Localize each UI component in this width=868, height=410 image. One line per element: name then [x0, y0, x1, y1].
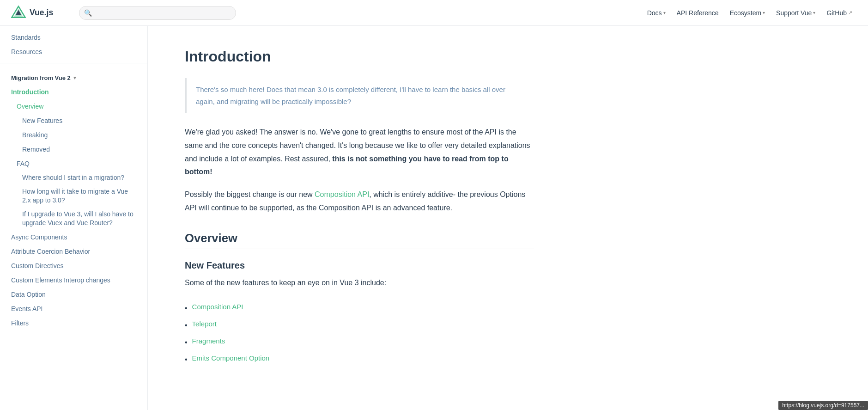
page-layout: Standards Resources Migration from Vue 2… — [0, 26, 868, 410]
main-content: Introduction There's so much here! Does … — [148, 26, 564, 410]
new-features-intro: Some of the new features to keep an eye … — [185, 276, 534, 290]
nav-api-reference[interactable]: API Reference — [672, 6, 723, 19]
sidebar-item-events-api[interactable]: Events API — [0, 302, 147, 316]
nav-support-vue[interactable]: Support Vue ▾ — [771, 6, 820, 19]
sidebar: Standards Resources Migration from Vue 2… — [0, 26, 148, 410]
sidebar-item-where-start[interactable]: Where should I start in a migration? — [0, 171, 147, 185]
sidebar-divider-1 — [0, 63, 147, 63]
para-1: We're glad you asked! The answer is no. … — [185, 126, 534, 179]
github-external-icon: ↗ — [848, 10, 852, 16]
feature-link-composition-api[interactable]: Composition API — [192, 301, 243, 313]
header: Vue.js 🔍 Docs ▾ API Reference Ecosystem … — [0, 0, 868, 26]
nav-ecosystem[interactable]: Ecosystem ▾ — [725, 6, 770, 19]
sidebar-item-resources[interactable]: Resources — [0, 45, 147, 59]
sidebar-item-removed[interactable]: Removed — [0, 142, 147, 157]
composition-api-link-1[interactable]: Composition API — [315, 190, 369, 198]
sidebar-item-faq[interactable]: FAQ — [0, 157, 147, 171]
ecosystem-chevron-icon: ▾ — [763, 10, 765, 15]
migration-chevron-icon: ▾ — [73, 75, 76, 81]
nav-github[interactable]: GitHub ↗ — [822, 6, 857, 19]
features-list: • Composition API • Teleport • Fragments… — [185, 299, 534, 368]
sidebar-item-how-long[interactable]: How long will it take to migrate a Vue 2… — [0, 185, 147, 208]
sidebar-item-attribute-coercion[interactable]: Attribute Coercion Behavior — [0, 245, 147, 259]
overview-section-title: Overview — [185, 232, 534, 249]
para-2: Possibly the biggest change is our new C… — [185, 188, 534, 215]
feature-link-fragments[interactable]: Fragments — [192, 335, 225, 347]
search-bar: 🔍 — [79, 6, 236, 20]
bullet-dot-1: • — [185, 302, 188, 314]
main-nav: Docs ▾ API Reference Ecosystem ▾ Support… — [643, 6, 857, 19]
sidebar-item-custom-directives[interactable]: Custom Directives — [0, 259, 147, 273]
list-item: • Composition API — [185, 299, 534, 316]
url-hint: https://blog.vuejs.org/d=917557... — [778, 401, 868, 410]
list-item: • Teleport — [185, 316, 534, 333]
sidebar-item-breaking[interactable]: Breaking — [0, 128, 147, 142]
sidebar-item-new-features[interactable]: New Features — [0, 114, 147, 128]
support-chevron-icon: ▾ — [813, 10, 815, 15]
page-title: Introduction — [185, 48, 534, 65]
logo-text: Vue.js — [30, 8, 53, 18]
sidebar-section-migration[interactable]: Migration from Vue 2 ▾ — [0, 67, 147, 85]
sidebar-item-filters[interactable]: Filters — [0, 316, 147, 330]
sidebar-item-async-components[interactable]: Async Components — [0, 230, 147, 245]
sidebar-item-introduction[interactable]: Introduction — [0, 85, 147, 99]
list-item: • Fragments — [185, 333, 534, 350]
sidebar-item-standards[interactable]: Standards — [0, 31, 147, 45]
sidebar-item-custom-elements[interactable]: Custom Elements Interop changes — [0, 273, 147, 288]
new-features-title: New Features — [185, 260, 534, 271]
intro-blockquote: There's so much here! Does that mean 3.0… — [185, 78, 534, 113]
bullet-dot-2: • — [185, 319, 188, 331]
list-item: • Emits Component Option — [185, 350, 534, 367]
sidebar-item-upgrade-vuex[interactable]: If I upgrade to Vue 3, will I also have … — [0, 208, 147, 230]
feature-link-teleport[interactable]: Teleport — [192, 318, 217, 330]
nav-docs[interactable]: Docs ▾ — [643, 6, 670, 19]
bullet-dot-3: • — [185, 336, 188, 349]
docs-chevron-icon: ▾ — [663, 10, 666, 15]
bullet-dot-4: • — [185, 353, 188, 366]
sidebar-item-overview[interactable]: Overview — [0, 99, 147, 114]
search-input[interactable] — [79, 6, 236, 20]
logo-link[interactable]: Vue.js — [11, 6, 53, 20]
search-icon: 🔍 — [84, 9, 92, 17]
sidebar-item-data-option[interactable]: Data Option — [0, 288, 147, 302]
feature-link-emits[interactable]: Emits Component Option — [192, 352, 270, 364]
vue-logo-icon — [11, 6, 26, 20]
